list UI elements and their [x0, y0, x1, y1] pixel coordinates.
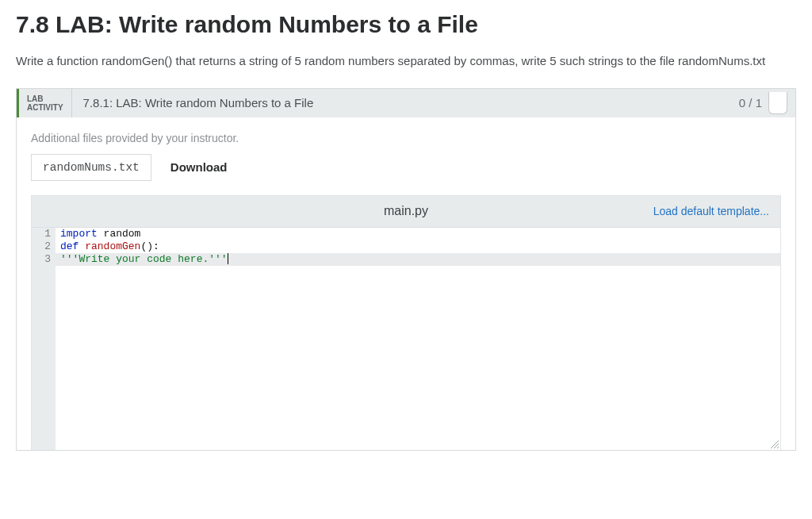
editor-filename: main.py	[384, 204, 428, 218]
token-keyword: import	[60, 228, 98, 240]
code-line[interactable]: def randomGen():	[56, 240, 780, 253]
lab-badge-line1: LAB	[27, 94, 63, 103]
editor-tabbar: main.py Load default template...	[32, 196, 780, 228]
lab-badge-line2: ACTIVITY	[27, 103, 63, 112]
line-number-gutter: 1 2 3	[32, 228, 56, 450]
lab-description: Write a function randomGen() that return…	[16, 52, 796, 71]
token-identifier: random	[98, 228, 141, 240]
line-number: 1	[36, 228, 51, 240]
provided-file-chip[interactable]: randomNums.txt	[31, 154, 151, 181]
file-row: randomNums.txt Download	[31, 154, 781, 181]
lab-activity-title: 7.8.1: LAB: Write random Numbers to a Fi…	[72, 89, 739, 117]
lab-score-section: 0 / 1	[739, 89, 795, 117]
page-title: 7.8 LAB: Write random Numbers to a File	[16, 11, 796, 38]
token-paren: ():	[140, 240, 159, 252]
resize-grip-icon[interactable]	[769, 439, 779, 448]
lab-body: Additional files provided by your instru…	[17, 117, 795, 450]
lab-header-bar: LAB ACTIVITY 7.8.1: LAB: Write random Nu…	[17, 89, 795, 117]
load-default-template-link[interactable]: Load default template...	[653, 205, 769, 217]
svg-line-2	[777, 447, 779, 448]
code-line[interactable]: import random	[56, 228, 780, 240]
lab-activity-badge: LAB ACTIVITY	[19, 89, 72, 117]
line-number: 3	[36, 253, 51, 266]
token-keyword: def	[60, 240, 79, 252]
editor-body[interactable]: 1 2 3 import random def randomGen(): '''…	[32, 228, 780, 450]
additional-files-label: Additional files provided by your instru…	[31, 132, 781, 144]
token-string: '''Write your code here.'''	[60, 253, 228, 265]
token-function-name: randomGen	[79, 240, 140, 252]
lab-activity-container: LAB ACTIVITY 7.8.1: LAB: Write random Nu…	[16, 88, 796, 451]
shield-icon	[768, 92, 787, 114]
code-line-active[interactable]: '''Write your code here.'''	[56, 253, 780, 266]
code-text-area[interactable]: import random def randomGen(): '''Write …	[56, 228, 780, 450]
lab-score: 0 / 1	[739, 96, 762, 110]
line-number: 2	[36, 240, 51, 253]
text-cursor-icon	[228, 253, 228, 264]
code-editor: main.py Load default template... 1 2 3 i…	[31, 195, 781, 450]
download-button[interactable]: Download	[170, 160, 228, 174]
